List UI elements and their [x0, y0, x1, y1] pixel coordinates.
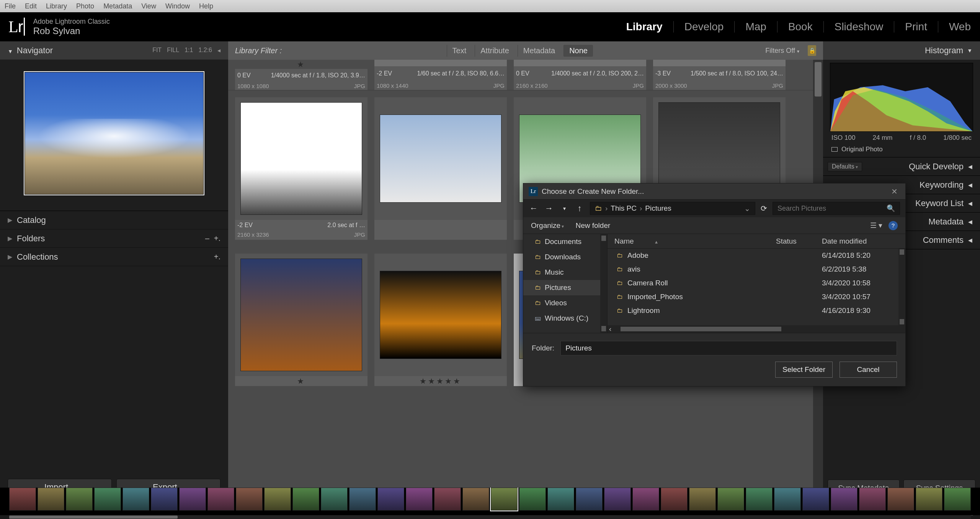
menu-edit[interactable]: Edit	[25, 2, 37, 10]
sort-asc-icon[interactable]: ▴	[655, 239, 658, 245]
filmstrip-thumb[interactable]	[292, 488, 319, 511]
select-folder-button[interactable]: Select Folder	[775, 362, 833, 378]
filmstrip-thumb[interactable]	[746, 488, 773, 511]
filmstrip-thumb[interactable]	[859, 488, 886, 511]
chevron-down-icon[interactable]: ⌄	[744, 204, 750, 213]
filmstrip-thumb[interactable]	[576, 488, 603, 511]
search-field[interactable]: 🔍	[773, 202, 900, 215]
filmstrip-thumb[interactable]	[547, 488, 574, 511]
filmstrip-thumb[interactable]	[434, 488, 461, 511]
list-item[interactable]: 🗀Adobe6/14/2018 5:20	[608, 249, 905, 262]
filmstrip-thumb[interactable]	[66, 488, 93, 511]
nav-mode-fit[interactable]: FIT	[152, 47, 162, 54]
menu-library[interactable]: Library	[46, 2, 67, 10]
filmstrip-thumb[interactable]	[887, 488, 914, 511]
list-item[interactable]: 🗀Imported_Photos3/4/2020 10:57	[608, 290, 905, 304]
menu-help[interactable]: Help	[199, 2, 213, 10]
panel-folders[interactable]: ▶ Folders – +.	[0, 229, 228, 248]
filmstrip-thumb[interactable]	[406, 488, 433, 511]
folders-plus-button[interactable]: +.	[214, 234, 220, 243]
histogram-header[interactable]: Histogram ▼	[823, 41, 980, 60]
folder-name-input[interactable]	[560, 341, 897, 355]
menu-photo[interactable]: Photo	[76, 2, 94, 10]
filmstrip-thumb[interactable]	[491, 488, 518, 511]
filmstrip-thumb[interactable]	[9, 488, 36, 511]
module-library[interactable]: Library	[626, 21, 663, 33]
nav-mode-chevron-icon[interactable]: ◂	[217, 47, 220, 54]
filmstrip-thumb[interactable]	[774, 488, 801, 511]
nav-mode-1-1[interactable]: 1:1	[185, 47, 193, 54]
help-icon[interactable]: ?	[889, 221, 898, 230]
module-develop[interactable]: Develop	[684, 21, 724, 33]
list-vertical-scrollbar[interactable]	[898, 249, 905, 325]
search-icon[interactable]: 🔍	[887, 204, 895, 213]
filmstrip-thumb[interactable]	[661, 488, 688, 511]
menu-file[interactable]: File	[5, 2, 16, 10]
filmstrip-thumb[interactable]	[151, 488, 178, 511]
filmstrip-thumb[interactable]	[944, 488, 971, 511]
list-item[interactable]: 🗀avis6/2/2019 5:38	[608, 262, 905, 276]
organize-menu[interactable]: Organize	[531, 221, 564, 230]
filmstrip-thumb[interactable]	[179, 488, 206, 511]
collections-plus-button[interactable]: +.	[214, 252, 220, 261]
nav-forward-button[interactable]: →	[544, 203, 554, 213]
menu-view[interactable]: View	[141, 2, 156, 10]
filmstrip-thumb[interactable]	[689, 488, 716, 511]
filmstrip-thumb[interactable]	[462, 488, 489, 511]
filmstrip-thumb[interactable]	[604, 488, 631, 511]
refresh-button[interactable]: ⟳	[761, 204, 767, 213]
nav-recent-button[interactable]: ▾	[559, 205, 569, 211]
filmstrip-thumb[interactable]	[377, 488, 404, 511]
quick-develop-preset-dropdown[interactable]: Defaults	[828, 162, 862, 171]
filmstrip-thumb[interactable]	[122, 488, 149, 511]
filmstrip-thumb[interactable]	[916, 488, 942, 511]
list-item[interactable]: 🗀Camera Roll3/4/2020 10:58	[608, 276, 905, 290]
list-horizontal-scrollbar[interactable]: ‹	[608, 325, 905, 333]
tree-item[interactable]: 🗀Downloads	[523, 249, 607, 265]
filmstrip-thumb[interactable]	[264, 488, 291, 511]
column-headers[interactable]: Name▴ Status Date modified	[608, 234, 905, 249]
menu-metadata[interactable]: Metadata	[103, 2, 132, 10]
module-web[interactable]: Web	[949, 21, 971, 33]
view-options-button[interactable]: ☰ ▾	[870, 221, 882, 230]
filmstrip[interactable]	[0, 488, 980, 515]
tree-item[interactable]: 🗀Music	[523, 265, 607, 280]
cancel-button[interactable]: Cancel	[840, 362, 897, 378]
menu-window[interactable]: Window	[165, 2, 190, 10]
filmstrip-thumb[interactable]	[802, 488, 829, 511]
module-print[interactable]: Print	[905, 21, 927, 33]
filmstrip-thumb[interactable]	[632, 488, 659, 511]
list-item[interactable]: 🗀Lightroom4/16/2018 9:30	[608, 304, 905, 318]
tree-item[interactable]: 🗀Videos	[523, 295, 607, 311]
filmstrip-thumb[interactable]	[321, 488, 348, 511]
panel-catalog[interactable]: ▶ Catalog	[0, 211, 228, 229]
nav-mode-fill[interactable]: FILL	[167, 47, 179, 54]
tree-item[interactable]: 🗀Documents	[523, 234, 607, 249]
new-folder-button[interactable]: New folder	[575, 221, 610, 230]
folders-minus-button[interactable]: –	[205, 234, 209, 243]
navigator-header[interactable]: ▼Navigator FIT FILL 1:1 1.2:6 ◂	[0, 41, 228, 60]
tree-scrollbar[interactable]	[600, 234, 607, 333]
module-book[interactable]: Book	[788, 21, 813, 33]
filmstrip-thumb[interactable]	[349, 488, 376, 511]
module-slideshow[interactable]: Slideshow	[835, 21, 884, 33]
close-button[interactable]: ✕	[889, 187, 900, 196]
filmstrip-thumb[interactable]	[519, 488, 546, 511]
nav-up-button[interactable]: ↑	[575, 203, 585, 213]
filmstrip-thumb[interactable]	[717, 488, 744, 511]
filmstrip-thumb[interactable]	[831, 488, 858, 511]
filmstrip-thumb[interactable]	[38, 488, 64, 511]
filmstrip-thumb[interactable]	[94, 488, 121, 511]
tree-item[interactable]: 🖴Windows (C:)	[523, 311, 607, 326]
quick-develop-header[interactable]: Defaults Quick Develop◀	[823, 157, 980, 176]
search-input[interactable]	[777, 205, 883, 213]
tree-item-selected[interactable]: 🗀Pictures	[523, 280, 607, 295]
module-map[interactable]: Map	[745, 21, 766, 33]
breadcrumb-item[interactable]: This PC	[611, 204, 637, 213]
navigator-preview[interactable]	[24, 72, 204, 195]
panel-collections[interactable]: ▶ Collections +.	[0, 248, 228, 266]
filmstrip-thumb[interactable]	[207, 488, 234, 511]
filmstrip-thumb[interactable]	[236, 488, 263, 511]
histogram-graph[interactable]	[830, 63, 973, 132]
nav-mode-zoom[interactable]: 1.2:6	[198, 47, 212, 54]
